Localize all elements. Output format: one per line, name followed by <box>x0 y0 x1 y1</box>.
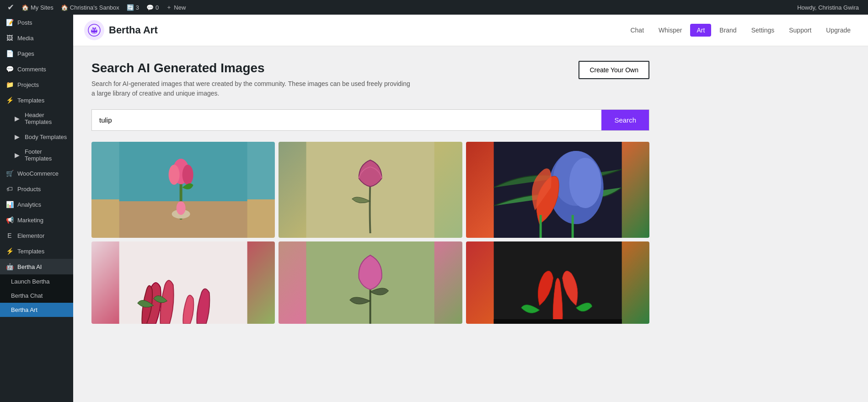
comments-icon: 💬 <box>146 4 154 11</box>
sidebar-label: Marketing <box>17 217 43 224</box>
analytics-icon: 📊 <box>5 200 14 209</box>
plugin-logo <box>84 20 104 40</box>
sidebar-item-footer-templates[interactable]: ▶ Footer Templates <box>0 145 73 166</box>
comments-sidebar-icon: 💬 <box>5 65 14 73</box>
sidebar-item-elementor[interactable]: E Elementor <box>0 228 73 243</box>
sidebar-item-header-templates[interactable]: ▶ Header Templates <box>0 108 73 129</box>
sidebar-label: Elementor <box>17 232 44 239</box>
sidebar-item-bertha-art[interactable]: Bertha Art <box>0 303 73 317</box>
nav-settings[interactable]: Settings <box>745 24 781 37</box>
svg-rect-22 <box>539 215 541 238</box>
templates-icon: ⚡ <box>5 96 14 104</box>
updates-item[interactable]: 🔄 3 <box>123 0 143 15</box>
updates-icon: 🔄 <box>127 4 134 11</box>
sidebar-item-woocommerce[interactable]: 🛒 WooCommerce <box>0 166 73 181</box>
nav-upgrade[interactable]: Upgrade <box>820 24 857 37</box>
plugin-nav: Chat Whisper Art Brand Settings Support … <box>624 24 857 37</box>
marketing-icon: 📢 <box>5 216 14 224</box>
sidebar-item-pages[interactable]: 📄 Pages <box>0 46 73 61</box>
products-icon: 🏷 <box>5 185 14 193</box>
sidebar-label: Posts <box>17 19 32 26</box>
svg-point-13 <box>182 165 193 185</box>
new-item[interactable]: ＋ New <box>162 0 189 15</box>
sidebar-item-analytics[interactable]: 📊 Analytics <box>0 197 73 212</box>
pages-icon: 📄 <box>5 49 14 58</box>
svg-point-21 <box>569 158 601 208</box>
sidebar-item-projects[interactable]: 📁 Projects <box>0 77 73 92</box>
nav-support[interactable]: Support <box>782 24 818 37</box>
svg-point-15 <box>177 201 186 215</box>
sidebar-label: Comments <box>17 66 46 73</box>
page-heading: Search AI Generated Images Search for AI… <box>91 61 412 98</box>
nav-art[interactable]: Art <box>690 24 711 37</box>
admin-bar: ✔ 🏠 My Sites 🏠 Christina's Sanbox 🔄 3 💬 … <box>0 0 868 15</box>
sidebar-item-posts[interactable]: 📝 Posts <box>0 15 73 30</box>
sidebar-label: Launch Bertha <box>11 278 50 285</box>
sidebar-item-comments[interactable]: 💬 Comments <box>0 61 73 77</box>
sidebar-label: Header Templates <box>25 112 68 125</box>
svg-rect-23 <box>571 215 573 238</box>
sidebar-item-body-templates[interactable]: ▶ Body Templates <box>0 129 73 145</box>
sidebar-item-bertha-chat[interactable]: Bertha Chat <box>0 289 73 303</box>
sidebar-label: Body Templates <box>25 134 67 140</box>
sidebar-label: Bertha Art <box>11 306 38 313</box>
home-icon: 🏠 <box>21 4 29 11</box>
plugin-brand: Bertha Art <box>84 20 158 40</box>
site-icon: 🏠 <box>61 4 68 11</box>
header-templates-icon: ▶ <box>13 114 21 123</box>
sidebar-label: Pages <box>17 50 34 57</box>
page-content: Search AI Generated Images Search for AI… <box>73 46 668 338</box>
wp-logo[interactable]: ✔ <box>4 0 18 15</box>
search-bar: Search <box>91 109 649 131</box>
sidebar-item-launch-bertha[interactable]: Launch Bertha <box>0 274 73 289</box>
sidebar-label: Media <box>17 35 33 42</box>
main-content: Bertha Art Chat Whisper Art Brand Settin… <box>73 15 868 402</box>
my-sites-menu[interactable]: 🏠 My Sites <box>18 0 57 15</box>
page-title: Search AI Generated Images <box>91 61 412 75</box>
footer-templates-icon: ▶ <box>13 151 21 159</box>
sidebar-label: WooCommerce <box>17 170 59 177</box>
sidebar-item-templates2[interactable]: ⚡ Templates <box>0 243 73 259</box>
howdy-text: Howdy, Christina Gwira <box>792 4 864 11</box>
nav-whisper[interactable]: Whisper <box>652 24 688 37</box>
sidebar-label: Templates <box>17 97 44 104</box>
media-icon: 🖼 <box>5 34 14 42</box>
search-button[interactable]: Search <box>601 110 649 130</box>
sidebar-item-media[interactable]: 🖼 Media <box>0 30 73 46</box>
sidebar-label: Analytics <box>17 201 41 208</box>
image-card-6[interactable] <box>466 241 649 324</box>
image-grid-wrapper: Image Options × Save to Media Library Do… <box>91 142 649 324</box>
image-card-5[interactable] <box>279 241 462 324</box>
svg-point-5 <box>95 29 96 30</box>
svg-rect-6 <box>92 27 94 29</box>
image-card-2[interactable] <box>279 142 462 238</box>
sidebar: 📝 Posts 🖼 Media 📄 Pages 💬 Comments 📁 Pro… <box>0 15 73 402</box>
image-card-1[interactable] <box>91 142 275 238</box>
sidebar-item-products[interactable]: 🏷 Products <box>0 181 73 197</box>
top-row: Search AI Generated Images Search for AI… <box>91 61 649 98</box>
svg-point-4 <box>92 29 93 30</box>
comments-item[interactable]: 💬 0 <box>143 0 162 15</box>
sidebar-item-templates[interactable]: ⚡ Templates <box>0 92 73 108</box>
sidebar-label: Bertha AI <box>17 263 42 270</box>
sidebar-label: Products <box>17 186 41 193</box>
sidebar-item-bertha-ai[interactable]: 🤖 Bertha AI <box>0 259 73 274</box>
templates2-icon: ⚡ <box>5 247 14 255</box>
nav-brand[interactable]: Brand <box>713 24 743 37</box>
sidebar-item-marketing[interactable]: 📢 Marketing <box>0 212 73 228</box>
create-own-button[interactable]: Create Your Own <box>579 61 649 79</box>
image-grid: Image Options × Save to Media Library Do… <box>91 142 649 324</box>
sidebar-label: Projects <box>17 81 39 88</box>
plus-icon: ＋ <box>166 3 172 11</box>
svg-point-12 <box>169 165 180 185</box>
image-card-4[interactable] <box>91 241 275 324</box>
body-templates-icon: ▶ <box>13 133 21 141</box>
elementor-icon: E <box>5 231 14 240</box>
search-input[interactable] <box>92 110 601 130</box>
svg-rect-29 <box>493 319 622 324</box>
plugin-header: Bertha Art Chat Whisper Art Brand Settin… <box>73 15 868 46</box>
nav-chat[interactable]: Chat <box>624 24 650 37</box>
sidebar-label: Templates <box>17 248 44 255</box>
site-name[interactable]: 🏠 Christina's Sanbox <box>57 0 123 15</box>
image-card-3[interactable]: Image Options × Save to Media Library Do… <box>466 142 649 238</box>
